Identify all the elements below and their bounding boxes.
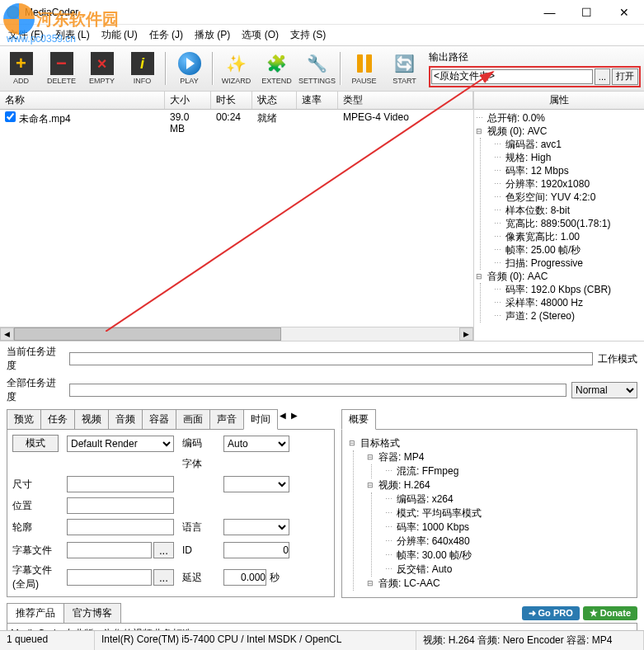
subfile-browse-button[interactable]: ... xyxy=(153,542,174,558)
empty-button[interactable]: EMPTY xyxy=(82,49,121,88)
right-tab-body: 目标格式 容器: MP4 混流: FFmpeg 视频: H.264 编码器: x… xyxy=(341,430,637,598)
menu-function[interactable]: 功能 (U) xyxy=(101,28,138,42)
window-title: MediaCoder xyxy=(25,7,78,18)
go-pro-button[interactable]: ➜Go PRO xyxy=(522,606,580,620)
wizard-icon xyxy=(225,52,248,75)
outline-label: 轮廓 xyxy=(12,520,59,535)
delay-input[interactable] xyxy=(223,569,266,586)
sum-audio[interactable]: 音频: LC-AAC xyxy=(367,577,630,591)
tab-picture[interactable]: 画面 xyxy=(176,409,210,429)
font-select[interactable] xyxy=(223,476,289,492)
horizontal-scrollbar[interactable]: ◀ ▶ xyxy=(0,327,473,341)
col-size[interactable]: 大小 xyxy=(165,92,211,109)
scroll-left-icon[interactable]: ◀ xyxy=(0,327,14,341)
prop-video-node[interactable]: 视频 (0): AVC xyxy=(476,125,642,138)
menu-job[interactable]: 任务 (J) xyxy=(149,28,183,42)
play-button[interactable]: PLAY xyxy=(170,49,209,88)
prop-a-bitrate: 码率: 192.0 Kbps (CBR) xyxy=(494,283,642,296)
plus-icon xyxy=(10,52,33,75)
play-icon xyxy=(178,52,201,75)
sum-target[interactable]: 目标格式 xyxy=(349,436,630,450)
prop-v-cs: 色彩空间: YUV 4:2:0 xyxy=(494,191,642,204)
delete-button[interactable]: DELETE xyxy=(42,49,81,88)
outline-input[interactable] xyxy=(67,519,174,535)
lang-select[interactable] xyxy=(223,519,289,535)
row-size: 39.0 MB xyxy=(165,111,211,135)
titlebar: MediaCoder — ☐ ✕ xyxy=(0,0,644,25)
tab-sound[interactable]: 声音 xyxy=(209,409,244,429)
scrollbar-thumb[interactable] xyxy=(14,327,281,341)
sum-video[interactable]: 视频: H.264 xyxy=(367,478,630,492)
subfile-label: 字幕文件 xyxy=(12,544,59,558)
sum-container[interactable]: 容器: MP4 xyxy=(367,450,630,464)
col-status[interactable]: 状态 xyxy=(252,92,297,109)
id-input[interactable] xyxy=(223,542,289,558)
workmode-select[interactable]: Normal xyxy=(571,382,637,398)
menu-file[interactable]: 文件 (F) xyxy=(8,28,44,42)
tab-summary[interactable]: 概要 xyxy=(341,409,376,430)
output-path-input[interactable] xyxy=(431,69,593,84)
menu-play[interactable]: 播放 (P) xyxy=(195,28,230,42)
total-progress-bar xyxy=(69,384,566,397)
scroll-right-icon[interactable]: ▶ xyxy=(459,327,473,341)
add-button[interactable]: ADD xyxy=(2,49,40,88)
subglobal-browse-button[interactable]: ... xyxy=(153,569,174,586)
tab-container[interactable]: 容器 xyxy=(142,409,176,429)
promo-tab-blog[interactable]: 官方博客 xyxy=(63,603,121,623)
tab-nav-left-icon[interactable]: ◀ xyxy=(277,409,289,429)
tab-audio[interactable]: 音频 xyxy=(108,409,143,429)
size-label: 尺寸 xyxy=(12,478,59,492)
tab-video[interactable]: 视频 xyxy=(74,409,109,429)
close-button[interactable]: ✕ xyxy=(605,1,642,24)
minimize-button[interactable]: — xyxy=(531,1,568,24)
position-input[interactable] xyxy=(67,497,174,514)
prop-a-ch: 声道: 2 (Stereo) xyxy=(494,309,642,323)
mode-button[interactable]: 模式 xyxy=(12,435,59,452)
encode-select[interactable]: Auto xyxy=(223,436,289,452)
output-browse-button[interactable]: ... xyxy=(595,68,610,85)
tab-job[interactable]: 任务 xyxy=(40,409,75,429)
status-codec: 视频: H.264 音频: Nero Encoder 容器: MP4 xyxy=(416,631,644,650)
settings-button[interactable]: SETTINGS xyxy=(298,49,336,88)
status-queued: 1 queued xyxy=(0,631,95,650)
prop-v-fps: 帧率: 25.00 帧/秒 xyxy=(494,243,642,257)
menu-list[interactable]: 列表 (L) xyxy=(55,28,90,42)
maximize-button[interactable]: ☐ xyxy=(568,1,605,24)
start-button[interactable]: START xyxy=(385,49,424,88)
extend-button[interactable]: EXTEND xyxy=(257,49,296,88)
pause-button[interactable]: PAUSE xyxy=(345,49,383,88)
size-input[interactable] xyxy=(67,476,174,492)
subglobal-input[interactable] xyxy=(67,569,152,586)
row-checkbox[interactable] xyxy=(5,111,16,122)
col-rate[interactable]: 速率 xyxy=(297,92,338,109)
info-button[interactable]: INFO xyxy=(123,49,162,88)
tab-preview[interactable]: 预览 xyxy=(7,409,41,429)
tab-nav-right-icon[interactable]: ▶ xyxy=(289,409,300,429)
total-progress-label: 全部任务进度 xyxy=(7,376,64,404)
prop-audio-node[interactable]: 音频 (0): AAC xyxy=(476,270,642,283)
sum-v-fps: 帧率: 30.00 帧/秒 xyxy=(385,549,630,563)
mode-select[interactable]: Default Render xyxy=(67,436,174,452)
wizard-button[interactable]: WIZARD xyxy=(217,49,256,88)
donate-button[interactable]: ★Donate xyxy=(583,606,637,620)
status-cpu: Intel(R) Core(TM) i5-7400 CPU / Intel MS… xyxy=(95,631,416,650)
col-duration[interactable]: 时长 xyxy=(211,92,252,109)
right-tabset: 概要 目标格式 容器: MP4 混流: FFmpeg 视频: H.264 编码器… xyxy=(341,409,637,598)
col-type[interactable]: 类型 xyxy=(338,92,473,109)
file-list-body[interactable]: 未命名.mp4 39.0 MB 00:24 就绪 MPEG-4 Video xyxy=(0,110,473,327)
properties-header: 属性 xyxy=(474,92,644,110)
pause-icon xyxy=(353,52,376,75)
sum-v-deint: 反交错: Auto xyxy=(385,563,630,577)
menu-options[interactable]: 选项 (O) xyxy=(242,28,279,42)
properties-tree[interactable]: 总开销: 0.0% 视频 (0): AVC 编码器: avc1 规格: High… xyxy=(474,110,644,341)
table-row[interactable]: 未命名.mp4 39.0 MB 00:24 就绪 MPEG-4 Video xyxy=(0,110,473,136)
tab-time[interactable]: 时间 xyxy=(243,409,278,430)
menu-support[interactable]: 支持 (S) xyxy=(290,28,326,42)
delay-unit: 秒 xyxy=(270,571,280,585)
promo-tab-products[interactable]: 推荐产品 xyxy=(7,603,64,623)
output-open-button[interactable]: 打开 xyxy=(612,68,638,85)
minus-icon xyxy=(50,52,73,75)
sum-v-mode: 模式: 平均码率模式 xyxy=(385,506,630,520)
subfile-input[interactable] xyxy=(67,542,152,558)
col-name[interactable]: 名称 xyxy=(0,92,165,109)
